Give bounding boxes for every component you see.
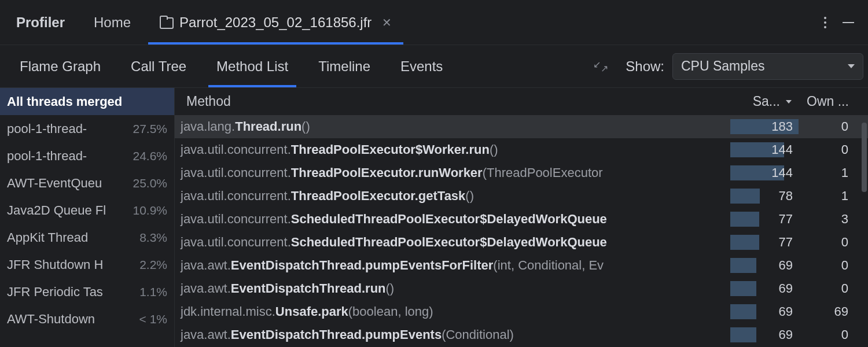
method-own: 3 [799, 212, 868, 227]
method-samples: 77 [730, 235, 799, 250]
tab-flame-graph[interactable]: Flame Graph [5, 45, 116, 87]
thread-row[interactable]: JFR Shutdown H2.2% [0, 251, 174, 278]
method-row[interactable]: java.util.concurrent.ScheduledThreadPool… [175, 208, 868, 231]
method-signature: java.awt.EventDispatchThread.run() [175, 281, 730, 296]
tab-call-tree[interactable]: Call Tree [116, 45, 201, 87]
thread-row[interactable]: Java2D Queue Fl10.9% [0, 197, 174, 224]
method-samples: 144 [730, 165, 799, 180]
method-own: 1 [799, 165, 868, 180]
show-label: Show: [626, 58, 664, 75]
method-own: 0 [799, 142, 868, 157]
method-table: Method Sa... Own ... java.lang.Thread.ru… [175, 88, 868, 347]
tab-file[interactable]: Parrot_2023_05_02_161856.jfr ✕ [148, 0, 403, 45]
thread-name: JFR Shutdown H [7, 257, 137, 272]
tab-method-list[interactable]: Method List [201, 45, 303, 87]
tab-timeline[interactable]: Timeline [303, 45, 385, 87]
method-row[interactable]: java.util.concurrent.ThreadPoolExecutor.… [175, 184, 868, 208]
thread-name: pool-1-thread- [7, 149, 130, 164]
method-signature: jdk.internal.misc.Unsafe.park(boolean, l… [175, 304, 730, 319]
thread-row[interactable]: All threads merged [0, 88, 174, 115]
thread-row[interactable]: pool-1-thread-27.5% [0, 115, 174, 142]
method-own: 0 [799, 327, 868, 342]
method-samples: 144 [730, 142, 799, 157]
thread-percent: 2.2% [139, 258, 167, 272]
method-samples: 78 [730, 189, 799, 204]
thread-name: Java2D Queue Fl [7, 203, 130, 218]
method-samples: 183 [730, 119, 799, 134]
minimize-icon[interactable] [843, 22, 854, 23]
thread-percent: 27.5% [133, 122, 167, 136]
chevron-down-icon [848, 64, 855, 68]
method-row[interactable]: java.awt.EventDispatchThread.pumpEvents(… [175, 323, 868, 346]
method-own: 0 [799, 281, 868, 296]
method-own: 1 [799, 189, 868, 204]
swap-icon[interactable]: ↙↗ [591, 59, 608, 74]
method-row[interactable]: jdk.internal.misc.Unsafe.park(boolean, l… [175, 300, 868, 323]
topbar: Profiler Home Parrot_2023_05_02_161856.j… [0, 0, 868, 45]
method-samples: 69 [730, 304, 799, 319]
method-row[interactable]: java.util.concurrent.ThreadPoolExecutor$… [175, 138, 868, 161]
tab-events[interactable]: Events [385, 45, 458, 87]
thread-percent: 8.3% [139, 231, 167, 245]
show-select-value: CPU Samples [681, 58, 764, 74]
viewbar: Flame Graph Call Tree Method List Timeli… [0, 45, 868, 88]
method-signature: java.util.concurrent.ThreadPoolExecutor.… [175, 165, 730, 180]
method-own: 0 [799, 258, 868, 273]
thread-row[interactable]: pool-1-thread-24.6% [0, 142, 174, 169]
thread-name: pool-1-thread- [7, 121, 130, 136]
method-samples: 77 [730, 212, 799, 227]
method-signature: java.awt.EventDispatchThread.pumpEventsF… [175, 258, 730, 273]
method-own: 0 [799, 119, 868, 134]
method-own: 69 [799, 304, 868, 319]
thread-list: All threads mergedpool-1-thread-27.5%poo… [0, 88, 175, 347]
thread-percent: < 1% [139, 312, 167, 326]
thread-percent: 1.1% [139, 285, 167, 299]
method-samples: 69 [730, 258, 799, 273]
thread-percent: 25.0% [133, 176, 167, 190]
thread-row[interactable]: AWT-Shutdown< 1% [0, 305, 174, 333]
method-row[interactable]: java.lang.Thread.run()1830 [175, 115, 868, 138]
method-own: 0 [799, 235, 868, 250]
scrollbar[interactable] [862, 123, 867, 192]
method-row[interactable]: java.awt.EventDispatchThread.run()690 [175, 277, 868, 300]
method-signature: java.lang.Thread.run() [175, 119, 730, 134]
method-signature: java.util.concurrent.ScheduledThreadPool… [175, 212, 730, 227]
show-select[interactable]: CPU Samples [672, 53, 863, 80]
close-tab-icon[interactable]: ✕ [382, 16, 392, 29]
thread-name: JFR Periodic Tas [7, 285, 137, 300]
tab-home[interactable]: Home [76, 14, 148, 31]
method-samples: 69 [730, 281, 799, 296]
col-header-method[interactable]: Method [175, 94, 730, 109]
sort-desc-icon [786, 100, 792, 104]
main: All threads mergedpool-1-thread-27.5%poo… [0, 88, 868, 347]
thread-name: AppKit Thread [7, 230, 137, 245]
method-signature: java.util.concurrent.ThreadPoolExecutor.… [175, 189, 730, 204]
thread-row[interactable]: AppKit Thread8.3% [0, 224, 174, 251]
thread-percent: 10.9% [133, 204, 167, 217]
col-header-own[interactable]: Own ... [799, 94, 868, 109]
folder-icon [160, 17, 174, 29]
col-header-samples[interactable]: Sa... [730, 94, 799, 109]
kebab-menu-icon[interactable] [824, 17, 826, 28]
method-row[interactable]: java.util.concurrent.ThreadPoolExecutor.… [175, 161, 868, 184]
method-signature: java.util.concurrent.ThreadPoolExecutor$… [175, 142, 730, 157]
thread-row[interactable]: JFR Periodic Tas1.1% [0, 278, 174, 305]
method-table-header: Method Sa... Own ... [175, 88, 868, 115]
thread-name: All threads merged [7, 94, 165, 109]
file-name: Parrot_2023_05_02_161856.jfr [179, 14, 372, 31]
thread-row[interactable]: AWT-EventQueu25.0% [0, 169, 174, 197]
method-signature: java.util.concurrent.ScheduledThreadPool… [175, 235, 730, 250]
thread-name: AWT-Shutdown [7, 312, 137, 327]
method-samples: 69 [730, 327, 799, 342]
method-row[interactable]: java.util.concurrent.ScheduledThreadPool… [175, 231, 868, 254]
method-signature: java.awt.EventDispatchThread.pumpEvents(… [175, 327, 730, 342]
method-row[interactable]: java.awt.EventDispatchThread.pumpEventsF… [175, 254, 868, 277]
thread-name: AWT-EventQueu [7, 176, 130, 191]
tool-title: Profiler [5, 14, 76, 31]
thread-percent: 24.6% [133, 149, 167, 163]
